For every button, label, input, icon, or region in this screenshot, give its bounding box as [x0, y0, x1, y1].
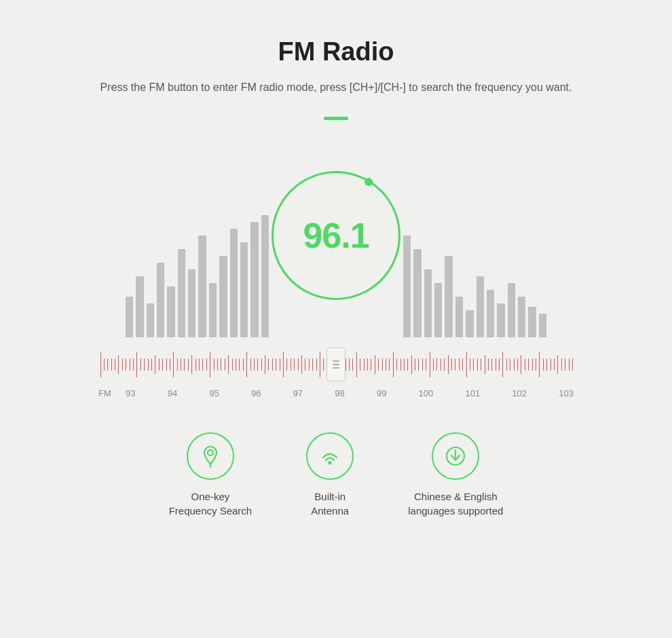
frequency-search-icon-circle	[187, 432, 234, 480]
feature-built-in-antenna: Built-inAntenna	[306, 432, 354, 519]
tuner-number: 98	[335, 388, 344, 398]
tuner-number: 100	[419, 388, 434, 398]
tuner-number: 94	[168, 388, 177, 398]
eq-bar	[508, 283, 515, 337]
dial-dot	[365, 178, 373, 186]
eq-bar	[230, 229, 238, 337]
tuner-number-labels: 93949596979899100101102103	[98, 388, 574, 398]
frequency-search-label: One-keyFrequency Search	[169, 489, 253, 519]
eq-bar	[445, 256, 452, 337]
eq-bar	[403, 236, 411, 337]
dial-top-dash	[324, 117, 348, 120]
indicator-line	[333, 367, 339, 369]
tuner-bar	[98, 344, 574, 385]
eq-bar	[413, 249, 421, 337]
eq-bar	[136, 276, 143, 337]
built-in-antenna-icon-circle	[306, 432, 354, 480]
features-row: One-keyFrequency Search Built-inAntenna	[142, 432, 531, 519]
tuner-number: 99	[377, 388, 386, 398]
eq-bar	[209, 283, 217, 337]
tuner-number: 102	[512, 388, 527, 398]
tuner-number: 96	[251, 388, 261, 398]
tuner-number: 101	[465, 388, 480, 398]
eq-bar	[126, 297, 133, 337]
eq-bar	[477, 276, 484, 337]
eq-bar	[250, 222, 258, 337]
eq-bar	[240, 242, 248, 337]
indicator-line	[333, 364, 339, 365]
frequency-dial: 96.1	[272, 171, 400, 300]
eq-bar	[188, 269, 195, 337]
frequency-display: 96.1	[303, 215, 369, 256]
tuner-number: 97	[293, 388, 303, 398]
languages-label: Chinese & Englishlanguages supported	[408, 489, 503, 519]
tuner-indicator[interactable]	[326, 348, 346, 381]
indicator-line	[333, 360, 339, 362]
antenna-down-icon	[198, 444, 223, 468]
download-icon	[443, 444, 468, 468]
tuner-container: FM 93949596979899100101102103	[98, 344, 574, 402]
tuner-number: 93	[126, 388, 135, 398]
eq-bar	[261, 215, 269, 337]
eq-bar	[518, 297, 525, 337]
tuner-fm-label: FM	[98, 388, 111, 398]
eq-bar	[157, 263, 164, 337]
tuner-indicator-lines	[333, 360, 339, 369]
eq-bar	[466, 310, 473, 337]
eq-bar	[198, 236, 206, 337]
tuner-number: 95	[209, 388, 219, 398]
languages-icon-circle	[432, 432, 479, 480]
wifi-icon	[318, 444, 342, 468]
eq-bar	[167, 286, 174, 337]
eq-bar	[424, 269, 432, 337]
svg-point-2	[329, 461, 332, 464]
page-container: FM Radio Press the FM button to enter FM…	[0, 0, 672, 519]
eq-bar	[497, 303, 504, 337]
tuner-number: 103	[559, 388, 574, 398]
page-subtitle: Press the FM button to enter FM radio mo…	[100, 79, 572, 96]
feature-frequency-search: One-keyFrequency Search	[169, 432, 253, 519]
eq-bar	[219, 256, 227, 337]
page-title: FM Radio	[278, 37, 394, 67]
eq-bar	[539, 314, 546, 337]
feature-languages: Chinese & Englishlanguages supported	[408, 432, 503, 519]
eq-bar	[528, 307, 536, 337]
eq-bar	[434, 283, 442, 337]
dial-area: 96.1	[112, 134, 560, 337]
eq-bar	[455, 297, 463, 337]
tuner-labels: FM 93949596979899100101102103	[98, 385, 574, 402]
eq-bar	[178, 249, 185, 337]
built-in-antenna-label: Built-inAntenna	[311, 489, 349, 519]
eq-bar	[487, 290, 494, 337]
eq-bar	[147, 303, 154, 337]
svg-point-0	[208, 450, 213, 455]
